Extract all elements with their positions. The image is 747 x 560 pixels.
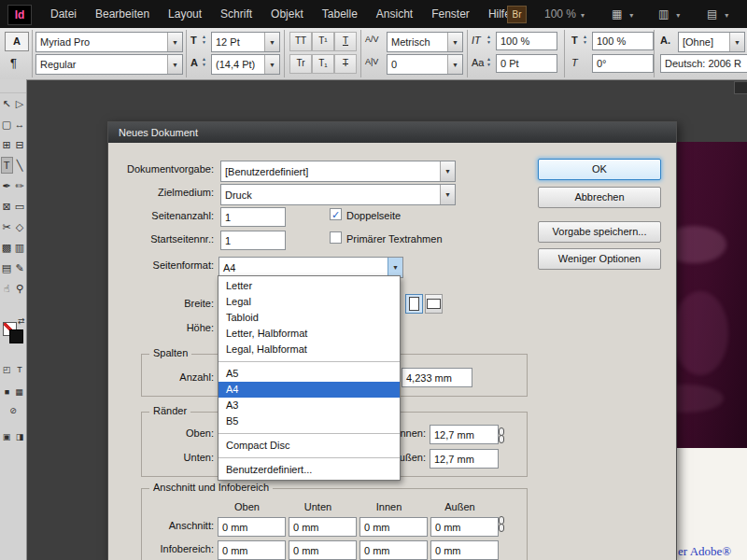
font-size-select[interactable]: 12 Pt ▼ [211,32,280,52]
menu-schrift[interactable]: Schrift [211,0,261,28]
slug-bottom-field[interactable]: 0 mm [289,540,357,560]
kerning-select[interactable]: Metrisch ▼ [387,32,463,52]
start-page-field[interactable]: 1 [220,231,286,250]
chevron-down-icon[interactable]: ▼ [264,55,279,74]
baseline-stepper[interactable]: ▲▼ [486,56,491,67]
rectangle-tool[interactable]: ▭ [14,198,26,215]
font-style-select[interactable]: Regular ▼ [35,54,183,75]
facing-pages-checkbox[interactable]: ✓ [330,208,342,220]
chevron-down-icon[interactable]: ▼ [167,55,182,74]
slug-inside-field[interactable]: 0 mm [359,540,428,560]
dialog-titlebar[interactable]: Neues Dokument [108,122,676,143]
ok-button[interactable]: OK [538,159,661,180]
eyedropper-tool[interactable]: ✎ [14,259,26,276]
bleed-outside-field[interactable]: 0 mm [430,517,499,537]
list-item-legal-halbformat[interactable]: Legal, Halbformat [218,342,400,357]
view-options-widget[interactable]: ▦▾ [612,7,633,22]
pages-field[interactable]: 1 [220,207,286,227]
landscape-orientation-button[interactable] [425,294,443,314]
pen-tool[interactable]: ✒ [1,177,13,194]
apply-color-button[interactable]: ■ [1,384,13,400]
line-tool[interactable]: ╲ [14,157,26,174]
menu-bearbeiten[interactable]: Bearbeiten [86,0,159,28]
spin-down-icon[interactable]: ▼ [202,62,206,67]
chevron-down-icon[interactable]: ▼ [447,33,462,51]
language-select[interactable]: Deutsch: 2006 R [660,54,747,73]
scissors-tool[interactable]: ✂ [1,218,13,235]
list-item-a5[interactable]: A5 [218,366,400,382]
spin-down-icon[interactable]: ▼ [486,39,491,45]
spin-down-icon[interactable]: ▼ [486,62,491,67]
type-tool[interactable]: T [1,157,13,174]
cancel-button[interactable]: Abbrechen [538,187,661,208]
baseline-shift-field[interactable]: 0 Pt [496,54,557,73]
selection-tool[interactable]: ↖ [1,95,13,112]
vertical-scale-field[interactable]: 100 % [496,32,557,50]
fewer-options-button[interactable]: Weniger Optionen [538,248,661,270]
leading-select[interactable]: (14,4 Pt) ▼ [211,54,280,75]
paragraph-formatting-icon[interactable]: ¶ [10,56,17,70]
character-formatting-icon[interactable]: A [5,32,29,51]
chevron-down-icon[interactable]: ▼ [264,33,279,51]
underline-button[interactable]: T [334,32,357,51]
stroke-swatch[interactable] [9,329,23,343]
collapsed-panel-tab[interactable] [734,81,747,94]
subscript-button[interactable]: T₁ [312,54,334,74]
pencil-tool[interactable]: ✏ [14,177,26,194]
skew-field[interactable]: 0° [592,54,654,73]
gradient-feather-tool[interactable]: ▥ [14,239,26,256]
menu-layout[interactable]: Layout [159,0,211,28]
primary-text-frame-checkbox[interactable] [330,231,342,244]
chevron-down-icon[interactable]: ▼ [440,185,455,204]
formatting-affects-text[interactable]: T [14,361,26,378]
margins-link-icon[interactable] [497,427,506,446]
slug-top-field[interactable]: 0 mm [218,540,286,560]
intent-select[interactable]: Druck ▼ [220,184,456,205]
save-preset-button[interactable]: Vorgabe speichern... [538,221,661,243]
list-item-benutzerdefiniert[interactable]: Benutzerdefiniert... [218,462,400,478]
frame-tool[interactable]: ⊠ [1,198,13,215]
superscript-button[interactable]: T¹ [312,32,334,51]
margin-inside-field[interactable]: 12,7 mm [430,425,499,444]
preview-mode-button[interactable]: ◨ [14,428,26,445]
bleed-link-icon[interactable] [497,516,506,535]
menu-tabelle[interactable]: Tabelle [313,0,367,28]
list-item-tabloid[interactable]: Tabloid [218,310,400,326]
all-caps-button[interactable]: TT [289,32,312,51]
zoom-level-select[interactable]: 100 %▾ [544,0,585,30]
horizontal-scale-stepper[interactable]: ▲▼ [583,34,587,45]
swap-fill-stroke-icon[interactable]: ⇄ [18,316,25,326]
panel-grip[interactable] [0,79,26,93]
list-item-legal[interactable]: Legal [218,294,400,310]
spin-down-icon[interactable]: ▼ [583,39,587,45]
list-item-b5[interactable]: B5 [218,413,400,429]
leading-stepper[interactable]: ▲▼ [202,56,206,67]
margin-outside-field[interactable]: 12,7 mm [430,449,499,469]
list-item-a4-selected[interactable]: A4 [218,382,400,398]
slug-outside-field[interactable]: 0 mm [430,540,499,560]
hand-tool[interactable]: ☝ [1,280,13,297]
note-tool[interactable]: ▤ [1,259,13,276]
gradient-swatch-tool[interactable]: ▩ [1,239,13,256]
strikethrough-button[interactable]: T [334,54,357,74]
list-item-letter-halbformat[interactable]: Letter, Halbformat [218,326,400,342]
menu-fenster[interactable]: Fenster [422,0,479,28]
small-caps-button[interactable]: Tr [289,54,312,74]
content-collector-tool[interactable]: ⊞ [1,136,13,153]
normal-mode-button[interactable]: ▣ [1,428,13,445]
formatting-affects-container[interactable]: ◰ [1,361,13,378]
content-placer-tool[interactable]: ⊟ [14,136,26,153]
bleed-bottom-field[interactable]: 0 mm [289,517,357,537]
apply-gradient-button[interactable]: ▦ [13,384,25,400]
character-style-select[interactable]: [Ohne] ▼ [678,32,745,52]
horizontal-scale-field[interactable]: 100 % [592,32,654,50]
font-size-stepper[interactable]: ▲▼ [202,34,206,45]
chevron-down-icon[interactable]: ▼ [729,33,744,51]
bleed-inside-field[interactable]: 0 mm [359,517,428,537]
gap-tool[interactable]: ↔ [14,116,26,133]
chevron-down-icon[interactable]: ▼ [388,258,402,277]
chevron-down-icon[interactable]: ▼ [167,33,182,51]
free-transform-tool[interactable]: ◇ [14,218,26,235]
bridge-button[interactable]: Br [507,6,527,23]
vertical-scale-stepper[interactable]: ▲▼ [486,34,491,45]
